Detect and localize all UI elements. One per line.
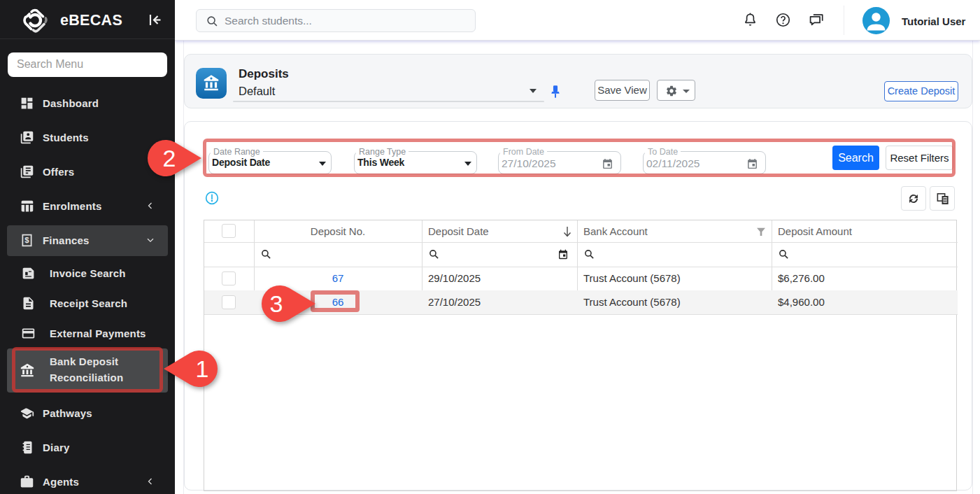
svg-text:$: $ [24, 236, 29, 244]
